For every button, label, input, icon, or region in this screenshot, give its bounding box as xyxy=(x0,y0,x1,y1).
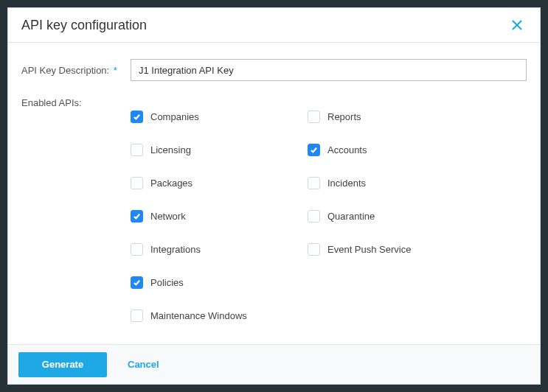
description-row: API Key Description: * xyxy=(21,59,527,81)
checkbox-box xyxy=(131,144,143,156)
checkbox-label: Licensing xyxy=(150,144,191,155)
api-checkbox-quarantine[interactable]: Quarantine xyxy=(308,210,527,223)
dialog-header: API key configuration xyxy=(8,8,540,43)
checkbox-box xyxy=(131,210,143,223)
api-checkbox-companies[interactable]: Companies xyxy=(131,111,308,123)
checkbox-label: Packages xyxy=(150,178,193,189)
checkbox-box xyxy=(131,177,143,189)
checkbox-label: Quarantine xyxy=(327,211,375,222)
checkbox-box xyxy=(308,144,320,156)
checkbox-label: Accounts xyxy=(327,144,367,155)
checkbox-box xyxy=(308,210,320,223)
api-checkbox-incidents[interactable]: Incidents xyxy=(308,177,527,189)
close-icon xyxy=(511,19,523,31)
checkbox-box xyxy=(308,177,320,189)
api-checkbox-licensing[interactable]: Licensing xyxy=(131,144,308,156)
close-button[interactable] xyxy=(507,15,527,35)
checkbox-label: Policies xyxy=(150,277,184,288)
generate-button[interactable]: Generate xyxy=(18,352,107,377)
checkbox-label: Maintenance Windows xyxy=(150,310,247,321)
dialog-body: API Key Description: * Enabled APIs: Com… xyxy=(8,43,540,344)
checkbox-label: Event Push Service xyxy=(327,244,411,255)
enabled-apis-grid: Companies Reports Licensing Accounts Pac… xyxy=(131,94,527,322)
description-label-text: API Key Description: xyxy=(21,65,109,76)
api-checkbox-policies[interactable]: Policies xyxy=(131,276,308,289)
checkbox-label: Integrations xyxy=(150,244,201,255)
description-label: API Key Description: * xyxy=(21,65,131,76)
api-checkbox-integrations[interactable]: Integrations xyxy=(131,243,308,256)
enabled-apis-label: Enabled APIs: xyxy=(21,94,131,108)
api-checkbox-packages[interactable]: Packages xyxy=(131,177,308,189)
checkbox-box xyxy=(131,309,143,322)
checkbox-box xyxy=(308,243,320,256)
check-icon xyxy=(310,146,318,154)
check-icon xyxy=(133,113,141,121)
checkbox-label: Network xyxy=(150,211,186,222)
api-checkbox-network[interactable]: Network xyxy=(131,210,308,223)
checkbox-box xyxy=(131,111,143,123)
checkbox-box xyxy=(308,111,320,123)
checkbox-label: Reports xyxy=(327,111,361,122)
required-indicator: * xyxy=(114,65,117,76)
checkbox-box xyxy=(131,243,143,256)
api-checkbox-maintenance[interactable]: Maintenance Windows xyxy=(131,309,308,322)
dialog-title: API key configuration xyxy=(21,18,147,33)
check-icon xyxy=(133,279,141,287)
api-key-description-input[interactable] xyxy=(131,59,527,81)
enabled-apis-row: Enabled APIs: Companies Reports Licensin… xyxy=(21,94,527,322)
checkbox-box xyxy=(131,276,143,289)
checkbox-label: Incidents xyxy=(327,178,366,189)
api-checkbox-accounts[interactable]: Accounts xyxy=(308,144,527,156)
cancel-button[interactable]: Cancel xyxy=(128,359,159,370)
check-icon xyxy=(133,212,141,220)
dialog-footer: Generate Cancel xyxy=(8,344,540,384)
api-checkbox-eventpush[interactable]: Event Push Service xyxy=(308,243,527,256)
api-checkbox-reports[interactable]: Reports xyxy=(308,111,527,123)
checkbox-label: Companies xyxy=(150,111,199,122)
api-key-config-dialog: API key configuration API Key Descriptio… xyxy=(7,7,541,385)
